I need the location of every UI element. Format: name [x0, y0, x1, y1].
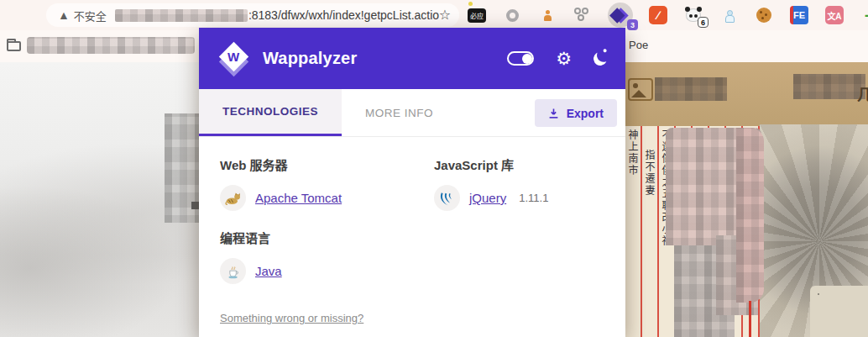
theme-moon-icon[interactable] — [592, 50, 609, 67]
calligraphy-column: 神上南市 — [625, 126, 642, 337]
popup-tab-bar: TECHNOLOGIES MORE INFO Export — [199, 89, 625, 137]
tech-item-java: Java — [220, 258, 282, 284]
url-path: :8183/dfwx/wxh/index!getpcList.action#m-… — [248, 8, 439, 22]
section-heading: Web 服务器 — [220, 155, 342, 173]
header-controls: ⚙ — [507, 50, 607, 67]
enable-toggle[interactable] — [507, 51, 534, 66]
bookmark-redacted[interactable] — [27, 37, 195, 54]
tech-item-jquery: jQuery 1.11.1 — [434, 185, 548, 211]
fe-extension-icon[interactable]: FE — [789, 5, 809, 25]
settings-gear-icon[interactable]: ⚙ — [556, 50, 572, 67]
security-warning-icon: ▲ — [58, 9, 70, 21]
browser-window: ▲ 不安全 :8183/dfwx/wxh/index!getpcList.act… — [0, 0, 868, 337]
browser-toolbar: ▲ 不安全 :8183/dfwx/wxh/index!getpcList.act… — [0, 0, 868, 30]
cookie-extension-icon[interactable] — [754, 5, 774, 25]
redacted-region — [655, 77, 727, 101]
translate-extension-icon[interactable]: 文A — [824, 5, 844, 25]
calligraphy-column: 指不遷妻 — [642, 126, 659, 337]
webpage-background-left — [0, 62, 199, 337]
popup-header: W Wappalyzer ⚙ — [199, 28, 625, 89]
section-javascript-libraries: JavaScript 库 jQuery 1.11.1 — [434, 155, 548, 211]
webpage-background-right: 几 神上南市 指不遷妻 不還傢僕之五聯改小祇 住得五自本一首先行 有條閣無 凳著… — [625, 62, 868, 337]
yellow-dot — [468, 2, 473, 6]
wappalyzer-diamond-icon — [613, 8, 628, 23]
redacted-pixel — [191, 202, 199, 209]
image-placeholder-icon — [628, 78, 653, 101]
export-button[interactable]: Export — [535, 99, 617, 127]
wappalyzer-extension-icon[interactable]: 3 — [608, 3, 633, 28]
wappalyzer-popup: W Wappalyzer ⚙ TECHNOLOGIES MORE INFO Ex… — [199, 28, 625, 337]
ink-painting — [760, 124, 868, 337]
partial-character: 几 — [857, 82, 868, 104]
report-issue-link[interactable]: Something wrong or missing? — [220, 312, 363, 324]
tech-item-apache-tomcat: Apache Tomcat — [220, 185, 342, 211]
bing-extension-icon[interactable]: 必应 — [467, 5, 487, 25]
green-plus-extension-icon[interactable]: + — [860, 5, 868, 25]
section-heading: 编程语言 — [220, 229, 282, 246]
url-host-redacted — [115, 9, 248, 22]
user-outline-extension-icon[interactable] — [719, 5, 739, 25]
red-rule-line — [749, 301, 751, 337]
popup-title: Wappalyzer — [263, 49, 357, 68]
folder-icon[interactable] — [7, 41, 21, 51]
people-extension-icon[interactable] — [537, 5, 557, 25]
apache-tomcat-link[interactable]: Apache Tomcat — [255, 191, 342, 205]
jquery-version: 1.11.1 — [519, 192, 548, 204]
tab-technologies[interactable]: TECHNOLOGIES — [199, 89, 342, 136]
download-icon — [548, 108, 559, 119]
bookmark-poe[interactable]: Poe — [629, 39, 648, 51]
address-bar[interactable]: ▲ 不安全 :8183/dfwx/wxh/index!getpcList.act… — [46, 3, 459, 27]
popup-footer: Something wrong or missing? — [220, 310, 363, 325]
java-coffee-icon — [220, 258, 246, 284]
section-heading: JavaScript 库 — [434, 155, 548, 173]
security-label: 不安全 — [74, 8, 107, 24]
jquery-icon — [434, 185, 460, 211]
jquery-link[interactable]: jQuery — [469, 191, 506, 205]
section-web-server: Web 服务器 Apache Tomcat — [220, 155, 342, 211]
popup-body: Web 服务器 Apache Tomcat Java — [199, 137, 625, 337]
gray-ring-extension-icon[interactable] — [502, 5, 522, 25]
tab-more-info[interactable]: MORE INFO — [342, 89, 457, 136]
panda-extension-icon[interactable]: 6 — [683, 5, 703, 25]
page-header-band: 几 — [625, 62, 868, 126]
java-link[interactable]: Java — [255, 264, 282, 278]
tomcat-cat-icon — [220, 185, 246, 211]
wappalyzer-logo-icon: W — [217, 42, 251, 76]
panda-badge: 6 — [698, 17, 709, 28]
redacted-strip — [736, 128, 764, 303]
extensions-row: 必应 3 ∕ 6 FE 文A — [467, 0, 868, 30]
orange-slash-extension-icon[interactable]: ∕ — [648, 5, 668, 25]
share-circles-extension-icon[interactable] — [573, 5, 593, 25]
redacted-region — [793, 74, 865, 99]
bookmark-star-icon[interactable]: ☆ — [439, 8, 451, 22]
section-programming-languages: 编程语言 Java — [220, 229, 282, 284]
wappalyzer-badge: 3 — [627, 19, 638, 30]
